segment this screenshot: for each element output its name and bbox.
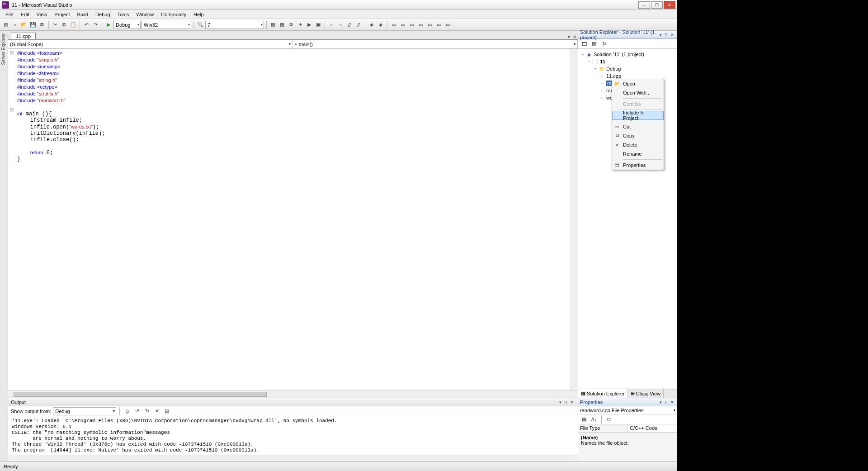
- ctx-delete[interactable]: ✕Delete: [612, 140, 664, 149]
- indent-icon[interactable]: ≡: [327, 21, 335, 29]
- tb-icon-5[interactable]: ▶: [305, 21, 313, 29]
- prop-close-icon[interactable]: ✕: [669, 400, 675, 404]
- prop-desc-text: Names the file object.: [581, 440, 675, 446]
- maximize-button[interactable]: ☐: [651, 1, 663, 9]
- new-project-icon[interactable]: ▤: [2, 21, 10, 29]
- close-button[interactable]: ✕: [664, 1, 675, 9]
- output-pin-icon[interactable]: ⊓: [563, 400, 569, 404]
- ctx-rename[interactable]: Rename: [612, 149, 664, 158]
- window-icon-6[interactable]: ▭: [435, 21, 443, 29]
- menu-build[interactable]: Build: [74, 11, 92, 18]
- se-pin-icon[interactable]: ⊓: [663, 33, 669, 37]
- tab-dropdown-icon[interactable]: ▾: [566, 34, 571, 39]
- prop-val: C/C++ Code: [628, 424, 677, 432]
- window-icon-1[interactable]: ▭: [390, 21, 398, 29]
- properties-object-combo[interactable]: randword.cpp File Properties: [578, 406, 677, 414]
- window-icon-7[interactable]: ▭: [444, 21, 452, 29]
- output-btn-4[interactable]: ✕: [153, 407, 161, 415]
- window-icon-3[interactable]: ▭: [408, 21, 416, 29]
- menu-window[interactable]: Window: [132, 11, 157, 18]
- window-icon-4[interactable]: ▭: [417, 21, 425, 29]
- doc-tab-11cpp[interactable]: 11.cpp: [11, 33, 36, 39]
- output-close-icon[interactable]: ✕: [569, 400, 575, 404]
- redo-icon[interactable]: ↷: [91, 21, 99, 29]
- menu-project[interactable]: Project: [51, 11, 73, 18]
- ctx-include-in-project[interactable]: Include In Project: [612, 111, 664, 120]
- se-tab-class-view[interactable]: ⊞Class View: [628, 389, 664, 398]
- prop-dropdown-icon[interactable]: ▾: [658, 400, 663, 404]
- output-btn-5[interactable]: ▤: [163, 407, 171, 415]
- menu-view[interactable]: View: [33, 11, 51, 18]
- prop-pin-icon[interactable]: ⊓: [663, 400, 669, 404]
- scope-combo-left[interactable]: (Global Scope): [8, 40, 293, 48]
- scope-combo-right[interactable]: main(): [293, 40, 578, 48]
- menu-edit[interactable]: Edit: [17, 11, 33, 18]
- menu-file[interactable]: File: [2, 11, 17, 18]
- prop-alpha-icon[interactable]: A↓: [590, 415, 598, 423]
- output-btn-1[interactable]: ⎙: [123, 407, 131, 415]
- menu-tools[interactable]: Tools: [114, 11, 133, 18]
- properties-panel: Properties ▾ ⊓ ✕ randword.cpp File Prope…: [578, 398, 677, 461]
- se-dropdown-icon[interactable]: ▾: [658, 33, 663, 37]
- tab-close-icon[interactable]: ✕: [571, 34, 578, 39]
- se-tab-solution-explorer[interactable]: ▦Solution Explorer: [578, 389, 628, 398]
- comment-icon[interactable]: //: [345, 21, 354, 29]
- tb-icon-2[interactable]: ▦: [278, 21, 286, 29]
- ctx-cut[interactable]: ✂Cut: [612, 122, 664, 131]
- tb-icon-4[interactable]: ✦: [296, 21, 304, 29]
- save-icon[interactable]: 💾: [29, 21, 37, 29]
- se-close-icon[interactable]: ✕: [669, 33, 675, 37]
- window-icon-5[interactable]: ▭: [426, 21, 434, 29]
- solution-tree[interactable]: −◆Solution '11' (1 project) −11 +📁Debug …: [578, 49, 677, 389]
- undo-icon[interactable]: ↶: [82, 21, 90, 29]
- ctx-copy[interactable]: ⧉Copy: [612, 131, 664, 140]
- menu-community[interactable]: Community: [157, 11, 190, 18]
- bookmark-prev-icon[interactable]: ◈: [377, 21, 385, 29]
- outdent-icon[interactable]: ≡: [336, 21, 344, 29]
- menu-debug[interactable]: Debug: [92, 11, 113, 18]
- bookmark-icon[interactable]: ◈: [368, 21, 376, 29]
- se-showall-icon[interactable]: ▦: [590, 40, 598, 48]
- menu-help[interactable]: Help: [190, 11, 208, 18]
- config-combo[interactable]: Debug: [113, 21, 141, 29]
- find-icon[interactable]: 🔍: [196, 21, 204, 29]
- code-editor[interactable]: ⊟#include <iostream> #include "simpio.h"…: [8, 49, 571, 390]
- new-file-icon[interactable]: ▫: [11, 21, 19, 29]
- copy-icon[interactable]: ⧉: [60, 21, 68, 29]
- tree-project[interactable]: −11: [580, 58, 675, 65]
- save-all-icon[interactable]: ⧉: [38, 21, 46, 29]
- ctx-compile[interactable]: Compile: [612, 100, 664, 109]
- platform-combo[interactable]: Win32: [142, 21, 191, 29]
- output-hscroll[interactable]: [8, 455, 578, 461]
- uncomment-icon[interactable]: //: [354, 21, 363, 29]
- window-icon-2[interactable]: ▭: [399, 21, 407, 29]
- find-combo[interactable]: 7.: [205, 21, 264, 29]
- server-explorer-tab[interactable]: Server Explorer: [0, 31, 7, 67]
- prop-pages-icon[interactable]: ▭: [605, 415, 613, 423]
- tb-icon-6[interactable]: ▣: [314, 21, 322, 29]
- se-refresh-icon[interactable]: ↻: [600, 40, 608, 48]
- output-text[interactable]: '11.exe': Loaded 'C:\Program Files (x86)…: [8, 416, 578, 455]
- prop-row-filetype[interactable]: File Type C/C++ Code: [578, 424, 677, 433]
- tb-icon-3[interactable]: ⚙: [287, 21, 295, 29]
- start-debug-icon[interactable]: ▶: [104, 21, 113, 29]
- output-source-combo[interactable]: Debug: [53, 407, 116, 415]
- open-icon[interactable]: 📂: [20, 21, 28, 29]
- tree-solution[interactable]: −◆Solution '11' (1 project): [580, 51, 675, 58]
- ctx-open-with-[interactable]: Open With...: [612, 88, 664, 97]
- ctx-open[interactable]: 📂Open: [612, 79, 664, 88]
- tree-folder-debug[interactable]: +📁Debug: [580, 65, 675, 72]
- prop-categorized-icon[interactable]: ▦: [580, 415, 588, 423]
- output-btn-2[interactable]: ↺: [133, 407, 141, 415]
- output-dropdown-icon[interactable]: ▾: [558, 400, 563, 404]
- editor-hscroll[interactable]: [8, 390, 578, 398]
- ctx-properties[interactable]: 🗔Properties: [612, 161, 664, 170]
- window-title: 11 - Microsoft Visual Studio: [12, 2, 637, 8]
- minimize-button[interactable]: —: [638, 1, 650, 9]
- output-btn-3[interactable]: ↻: [143, 407, 151, 415]
- tb-icon-1[interactable]: ▦: [269, 21, 277, 29]
- editor-vscroll[interactable]: [571, 49, 578, 390]
- se-properties-icon[interactable]: 🗔: [580, 40, 588, 48]
- paste-icon[interactable]: 📋: [69, 21, 77, 29]
- cut-icon[interactable]: ✂: [51, 21, 59, 29]
